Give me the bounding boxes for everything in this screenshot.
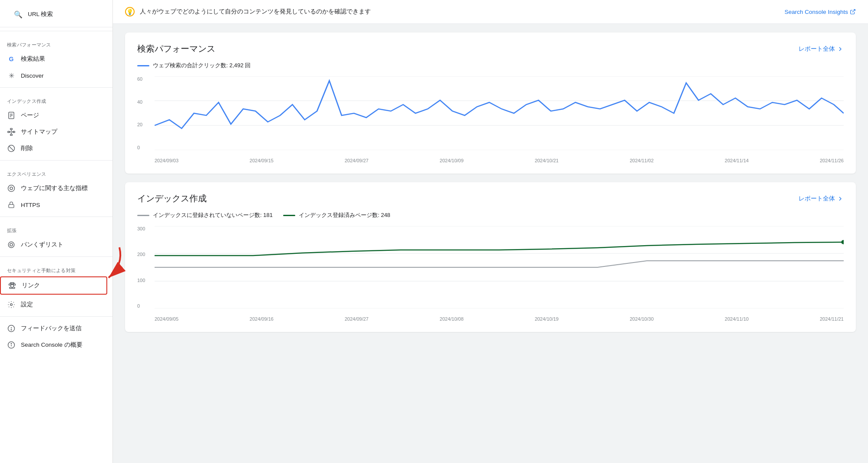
index-creation-legend: インデックスに登録されていないページ数: 181 インデックス登録済みページ数:… xyxy=(137,211,844,219)
sidebar-item-https[interactable]: HTTPS xyxy=(0,197,107,213)
external-link-icon xyxy=(850,9,856,15)
sidebar-item-links[interactable]: リンク xyxy=(0,276,107,295)
sidebar-item-sitemap-label: サイトマップ xyxy=(21,128,57,136)
sidebar-item-links-label: リンク xyxy=(22,282,40,289)
search-performance-chart-area: 60 40 20 0 2024/09/03 2024/09/15 xyxy=(137,76,844,163)
url-search-icon: 🔍 xyxy=(14,10,23,19)
sidebar-item-breadcrumbs-label: パンくずリスト xyxy=(21,241,63,249)
chart-y-labels-perf: 60 40 20 0 xyxy=(137,76,152,150)
svg-point-45 xyxy=(841,240,844,244)
url-search-label: URL 検索 xyxy=(28,10,53,18)
sidebar-item-breadcrumbs[interactable]: パンくずリスト xyxy=(0,236,107,253)
section-label-extensions: 拡張 xyxy=(0,220,112,236)
search-performance-chart xyxy=(155,76,844,150)
divider-6 xyxy=(0,316,112,317)
sidebar-item-url-search[interactable]: 🔍 URL 検索 xyxy=(7,6,100,23)
cards-area: 検索パフォーマンス レポート全体 ウェブ検索の合計クリック数: 2,492 回 … xyxy=(113,24,868,341)
legend-item-indexed: インデックス登録済みページ数: 248 xyxy=(283,211,390,219)
index-creation-chart-area: 300 200 100 0 xyxy=(137,226,844,322)
sidebar-item-settings-label: 設定 xyxy=(21,301,33,309)
sidebar-item-pages[interactable]: ページ xyxy=(0,107,107,124)
sidebar-item-remove-label: 削除 xyxy=(21,144,33,152)
card-header-search-performance: 検索パフォーマンス レポート全体 xyxy=(137,43,844,55)
legend-not-indexed-label: インデックスに登録されていないページ数: 181 xyxy=(153,211,273,219)
sidebar-item-about-label: Search Console の概要 xyxy=(21,341,83,349)
chart-y-labels-index: 300 200 100 0 xyxy=(137,226,152,309)
breadcrumbs-icon xyxy=(7,240,16,249)
sidebar-item-search-results-label: 検索結果 xyxy=(21,55,45,63)
legend-indexed-label: インデックス登録済みページ数: 248 xyxy=(299,211,390,219)
svg-line-13 xyxy=(9,146,14,151)
legend-line-indexed xyxy=(283,215,295,216)
section-label-experience: エクスペリエンス xyxy=(0,164,112,180)
settings-icon xyxy=(7,300,16,309)
sidebar-item-discover[interactable]: ✳ Discover xyxy=(0,67,107,84)
svg-rect-23 xyxy=(13,287,15,289)
lock-icon xyxy=(7,200,16,209)
sitemap-icon xyxy=(7,128,16,136)
divider-1 xyxy=(0,31,112,31)
section-label-index: インデックス作成 xyxy=(0,91,112,107)
search-console-insights-link[interactable]: Search Console Insights xyxy=(785,9,856,15)
svg-line-36 xyxy=(852,10,855,12)
legend-clicks-label: ウェブ検索の合計クリック数: 2,492 回 xyxy=(153,62,251,69)
svg-point-32 xyxy=(11,329,12,330)
pages-icon xyxy=(7,111,16,120)
svg-point-35 xyxy=(11,343,12,344)
svg-point-29 xyxy=(10,304,13,306)
sidebar-item-search-results[interactable]: G 検索結果 xyxy=(0,51,107,67)
legend-line-not-indexed xyxy=(137,215,149,216)
lightbulb-icon: 💡 xyxy=(125,7,135,16)
sidebar-item-feedback-label: フィードバックを送信 xyxy=(21,325,82,332)
index-creation-title: インデックス作成 xyxy=(137,193,207,204)
chart-x-labels-perf: 2024/09/03 2024/09/15 2024/09/27 2024/10… xyxy=(155,158,844,163)
divider-2 xyxy=(0,87,112,88)
chevron-right-icon-2 xyxy=(837,195,844,202)
index-creation-link[interactable]: レポート全体 xyxy=(799,195,844,203)
search-performance-title: 検索パフォーマンス xyxy=(137,43,215,55)
google-icon: G xyxy=(7,55,16,63)
svg-rect-16 xyxy=(9,204,14,207)
sidebar-item-remove[interactable]: 削除 xyxy=(0,140,107,157)
svg-point-17 xyxy=(8,242,14,248)
about-icon xyxy=(7,341,16,349)
sidebar-item-https-label: HTTPS xyxy=(21,202,40,208)
section-label-security: セキュリティと手動による対策 xyxy=(0,260,112,276)
index-creation-card: インデックス作成 レポート全体 インデックスに登録されていないページ数: 181… xyxy=(125,182,856,332)
sidebar-item-settings[interactable]: 設定 xyxy=(0,296,107,313)
divider-5 xyxy=(0,256,112,257)
divider-3 xyxy=(0,160,112,161)
svg-rect-21 xyxy=(10,282,14,284)
search-performance-link[interactable]: レポート全体 xyxy=(799,45,844,53)
sidebar: 🔍 URL 検索 検索パフォーマンス G 検索結果 ✳ Discover インデ… xyxy=(0,0,113,463)
search-performance-link-label: レポート全体 xyxy=(799,45,835,53)
info-banner-text: 人々がウェブでどのようにして自分のコンテンツを発見しているのかを確認できます xyxy=(140,8,779,16)
svg-rect-4 xyxy=(10,128,13,130)
main-content: 💡 人々がウェブでどのようにして自分のコンテンツを発見しているのかを確認できます… xyxy=(113,0,868,463)
svg-point-14 xyxy=(8,185,15,192)
legend-item-not-indexed: インデックスに登録されていないページ数: 181 xyxy=(137,211,273,219)
discover-icon: ✳ xyxy=(7,71,16,80)
card-header-index: インデックス作成 レポート全体 xyxy=(137,193,844,204)
sidebar-top: 🔍 URL 検索 xyxy=(0,0,112,27)
sidebar-item-about[interactable]: Search Console の概要 xyxy=(0,337,107,353)
sidebar-item-feedback[interactable]: フィードバックを送信 xyxy=(0,320,107,337)
svg-rect-7 xyxy=(10,134,13,135)
section-label-search-performance: 検索パフォーマンス xyxy=(0,35,112,51)
index-creation-link-label: レポート全体 xyxy=(799,195,835,203)
legend-line-clicks xyxy=(137,65,149,66)
search-performance-legend: ウェブ検索の合計クリック数: 2,492 回 xyxy=(137,62,844,69)
legend-item-clicks: ウェブ検索の合計クリック数: 2,492 回 xyxy=(137,62,251,69)
links-icon xyxy=(8,281,17,290)
svg-point-18 xyxy=(10,243,13,246)
web-vitals-icon xyxy=(7,184,16,193)
remove-icon xyxy=(7,144,16,153)
sidebar-item-sitemap[interactable]: サイトマップ xyxy=(0,124,107,140)
sidebar-item-pages-label: ページ xyxy=(21,112,39,119)
sidebar-item-web-vitals-label: ウェブに関する主な指標 xyxy=(21,184,88,192)
insights-link-label: Search Console Insights xyxy=(785,9,848,15)
info-banner: 💡 人々がウェブでどのようにして自分のコンテンツを発見しているのかを確認できます… xyxy=(113,0,868,24)
chart-x-labels-index: 2024/09/05 2024/09/16 2024/09/27 2024/10… xyxy=(155,316,844,322)
svg-point-15 xyxy=(10,187,13,190)
sidebar-item-web-vitals[interactable]: ウェブに関する主な指標 xyxy=(0,180,107,197)
